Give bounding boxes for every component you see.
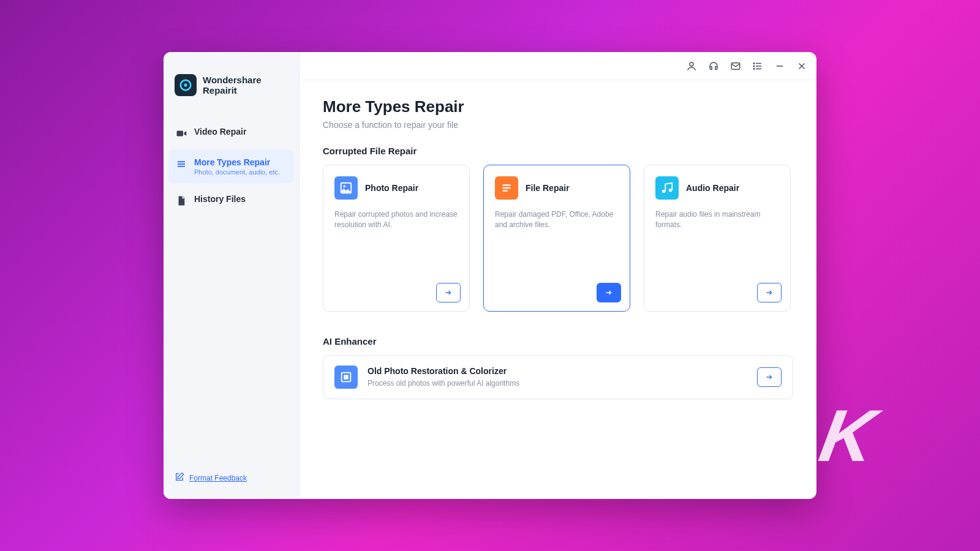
menu-icon[interactable] [752,60,764,72]
svg-point-11 [753,62,755,64]
app-name: Wondershare Repairit [203,75,262,96]
card-desc: Repair damaged PDF, Office, Adobe and ar… [495,209,619,230]
file-icon [176,195,187,206]
card-photo-repair[interactable]: Photo Repair Repair corrupted photos and… [323,165,470,312]
page-subtitle: Choose a function to repair your file [323,120,793,130]
card-audio-repair[interactable]: Audio Repair Repair audio files in mains… [644,165,791,312]
sidebar-item-history-files[interactable]: History Files [168,187,294,214]
go-button[interactable] [436,283,461,302]
svg-rect-26 [344,375,348,379]
photo-icon [334,176,358,200]
app-window: Wondershare Repairit Video Repair More T… [164,52,816,499]
music-icon [655,176,679,200]
nav-label: History Files [194,194,246,204]
svg-point-13 [753,68,755,69]
minimize-icon[interactable] [774,60,786,72]
svg-point-1 [184,83,187,87]
go-button[interactable] [597,283,621,302]
app-logo: Wondershare Repairit [164,74,299,113]
card-desc: Process old photos with powerful AI algo… [368,378,519,389]
document-icon [495,176,518,200]
sidebar: Wondershare Repairit Video Repair More T… [164,52,300,499]
titlebar [300,52,816,80]
user-icon[interactable] [685,60,698,72]
mail-icon[interactable] [729,60,742,72]
section-heading-corrupted: Corrupted File Repair [323,146,793,156]
watermark: K [814,393,877,478]
nav-label: Video Repair [194,127,246,137]
close-icon[interactable] [796,60,808,72]
nav-label: More Types Repair [194,157,280,167]
app-name-line1: Wondershare [203,75,262,85]
card-old-photo-restoration[interactable]: Old Photo Restoration & Colorizer Proces… [323,355,793,399]
nav-sublabel: Photo, document, audio, etc. [194,168,280,176]
card-title: Old Photo Restoration & Colorizer [368,366,519,376]
go-button[interactable] [757,283,782,302]
svg-point-18 [343,185,345,187]
content: More Types Repair Choose a function to r… [300,80,816,499]
card-row: Photo Repair Repair corrupted photos and… [323,165,793,312]
app-name-line2: Repairit [203,85,262,96]
go-button[interactable] [757,367,782,387]
sidebar-nav: Video Repair More Types Repair Photo, do… [164,113,299,223]
format-feedback-link[interactable]: Format Feedback [189,474,247,482]
svg-rect-2 [177,131,184,137]
svg-point-6 [690,62,693,66]
sidebar-item-video-repair[interactable]: Video Repair [168,119,294,146]
support-icon[interactable] [707,60,720,72]
section-heading-ai: AI Enhancer [323,336,793,347]
app-logo-icon [175,74,197,96]
main-area: More Types Repair Choose a function to r… [300,52,816,499]
old-photo-icon [334,365,358,389]
sidebar-item-more-types-repair[interactable]: More Types Repair Photo, document, audio… [168,150,294,183]
card-desc: Repair audio files in mainstream formats… [655,209,779,230]
video-icon [176,128,187,139]
svg-point-12 [753,66,755,67]
list-icon [176,159,187,170]
card-title: Photo Repair [365,183,418,193]
feedback-icon [175,472,184,484]
sidebar-footer: Format Feedback [164,463,299,499]
page-title: More Types Repair [323,97,793,116]
card-title: File Repair [526,183,570,193]
card-desc: Repair corrupted photos and increase res… [334,209,458,230]
card-file-repair[interactable]: File Repair Repair damaged PDF, Office, … [483,165,630,312]
card-title: Audio Repair [686,183,739,193]
